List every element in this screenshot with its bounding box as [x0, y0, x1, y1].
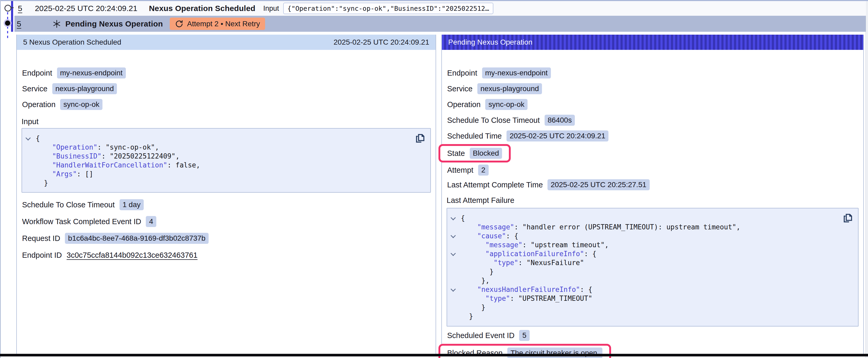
field-label: Workflow Task Completed Event ID — [22, 217, 141, 226]
timeline-selected-bar — [11, 1, 13, 32]
json-value: } — [44, 179, 48, 187]
left-panel-title: 5 Nexus Operation Scheduled — [23, 38, 121, 46]
event-input-preview[interactable]: {"Operation":"sync-op-ok","BusinessID":"… — [283, 3, 493, 14]
timeline-open-circle-icon — [4, 5, 11, 11]
json-key: "message" — [486, 241, 523, 249]
field-value-badge: 86400s — [545, 115, 575, 126]
state-annotation-highlight: State Blocked — [438, 144, 511, 162]
json-value: : "UPSTREAM_TIMEOUT" — [510, 294, 592, 302]
field-row-endpoint: Endpoint my-nexus-endpoint — [446, 65, 859, 81]
json-line: "Operation": "sync-op-ok", — [22, 143, 430, 152]
field-label: Endpoint — [22, 69, 52, 77]
json-line: "message": "upstream timeout", — [447, 240, 858, 249]
retry-badge-label: Attempt 2 • Next Retry — [187, 20, 260, 28]
json-line: "applicationFailureInfo": { — [447, 249, 858, 258]
field-label: Service — [22, 85, 48, 93]
json-line: "Args": [] — [22, 169, 430, 178]
json-value: }, — [481, 276, 490, 285]
json-key: "type" — [486, 294, 510, 302]
field-value-badge: b1c6a4bc-8ee7-468a-9169-df3b02c8737b — [65, 233, 209, 244]
field-row-scheduled-event-id: Scheduled Event ID 5 — [446, 328, 859, 343]
json-key: "Args" — [52, 170, 77, 178]
retry-icon — [175, 20, 183, 28]
blocked-reason-badge: The circuit breaker is open. — [507, 348, 602, 358]
field-row-operation: Operation sync-op-ok — [446, 97, 859, 112]
field-label: Endpoint ID — [22, 251, 62, 260]
json-line: } — [22, 178, 430, 187]
field-row-schedule-to-close: Schedule To Close Timeout 1 day — [22, 196, 431, 213]
json-line: "type": "NexusFailure" — [447, 258, 858, 267]
field-value-badge: 5 — [519, 330, 530, 341]
field-row-schedule-to-close: Schedule To Close Timeout 86400s — [446, 112, 859, 128]
field-label: Service — [447, 85, 473, 93]
json-value: : { — [506, 232, 518, 240]
field-value-badge: 4 — [146, 216, 156, 227]
pending-operation-row[interactable]: 5 Pending Nexus Operation Attempt 2 • Ne… — [14, 16, 866, 32]
timeline-filled-circle-icon — [5, 21, 10, 26]
copy-button[interactable] — [414, 132, 426, 144]
pending-id-link[interactable]: 5 — [17, 20, 21, 28]
field-label: Schedule To Close Timeout — [447, 116, 540, 125]
field-row-service: Service nexus-playground — [446, 81, 859, 97]
field-label: Last Attempt Complete Time — [447, 181, 543, 189]
event-detail-panel: 5 Nexus Operation Scheduled 2025-02-25 U… — [16, 35, 436, 354]
json-value: } — [490, 268, 494, 275]
collapse-chevron-icon[interactable] — [26, 135, 31, 141]
event-timestamp: 2025-02-25 UTC 20:24:09.21 — [35, 4, 137, 13]
json-key: "type" — [494, 259, 518, 267]
state-badge: Blocked — [470, 148, 502, 159]
field-value-badge: nexus-playground — [52, 83, 117, 94]
json-line: "message": "handler error (UPSTREAM_TIME… — [447, 223, 858, 231]
field-row-state: State Blocked — [446, 144, 859, 163]
field-row-endpoint: Endpoint my-nexus-endpoint — [22, 65, 431, 81]
json-key: "Operation" — [52, 143, 97, 151]
json-value: : [] — [77, 170, 93, 178]
field-value-badge: sync-op-ok — [485, 99, 528, 110]
json-key: "BusinessID" — [52, 152, 101, 160]
collapse-chevron-icon[interactable] — [451, 251, 456, 256]
retry-attempt-badge: Attempt 2 • Next Retry — [170, 18, 265, 30]
pending-title: Pending Nexus Operation — [65, 20, 163, 28]
field-value-badge: 2025-02-25 UTC 20:24:09.21 — [506, 130, 609, 141]
scrollbar[interactable] — [865, 1, 868, 358]
copy-button[interactable] — [842, 212, 854, 224]
field-label: Operation — [447, 100, 480, 109]
field-label: Attempt — [447, 166, 473, 174]
field-row-wft-completed-id: Workflow Task Completed Event ID 4 — [22, 213, 431, 230]
event-id-link[interactable]: 5 — [18, 4, 22, 13]
pending-operation-panel: Pending Nexus Operation Endpoint my-nexu… — [441, 35, 864, 354]
collapse-chevron-icon[interactable] — [451, 233, 456, 238]
asterisk-icon — [52, 20, 61, 28]
field-value-badge: nexus-playground — [477, 83, 542, 94]
json-value: { — [461, 214, 465, 222]
field-row-service: Service nexus-playground — [22, 81, 431, 97]
field-row-endpoint-id: Endpoint ID 3c0c75ccfa8144b092c13ce63246… — [22, 247, 431, 263]
field-value-badge: 1 day — [120, 199, 144, 210]
json-key: "message" — [477, 223, 514, 231]
field-value-badge: 2 — [478, 165, 489, 175]
failure-json-viewer: {"message": "handler error (UPSTREAM_TIM… — [446, 208, 859, 326]
json-value: : "NexusFailure" — [518, 259, 584, 267]
json-line: { — [447, 214, 858, 223]
field-label: Request ID — [22, 234, 60, 243]
endpoint-id-link[interactable]: 3c0c75ccfa8144b092c13ce632463761 — [67, 251, 197, 260]
collapse-chevron-icon[interactable] — [451, 287, 456, 292]
event-row-scheduled[interactable]: 5 2025-02-25 UTC 20:24:09.21 Nexus Opera… — [14, 1, 866, 16]
json-value: : { — [584, 250, 596, 258]
right-panel-title: Pending Nexus Operation — [448, 38, 532, 46]
input-section-label: Input — [22, 112, 431, 128]
json-value: { — [36, 134, 40, 142]
json-value: } — [469, 312, 473, 320]
json-line: "HandlerWaitForCancellation": false, — [22, 161, 430, 169]
collapse-chevron-icon[interactable] — [451, 215, 456, 221]
event-title: Nexus Operation Scheduled — [149, 4, 255, 13]
json-value: : "20250225122409", — [101, 152, 180, 160]
field-value-badge: 2025-02-25 UTC 20:25:27.51 — [548, 179, 649, 190]
event-input-label: Input — [263, 4, 279, 12]
field-row-request-id: Request ID b1c6a4bc-8ee7-468a-9169-df3b0… — [22, 230, 431, 247]
json-key: "cause" — [477, 232, 506, 240]
field-label: Endpoint — [447, 69, 477, 77]
field-row-last-attempt-complete: Last Attempt Complete Time 2025-02-25 UT… — [446, 177, 859, 192]
field-label: Scheduled Time — [447, 132, 502, 140]
json-value: : { — [580, 286, 592, 293]
